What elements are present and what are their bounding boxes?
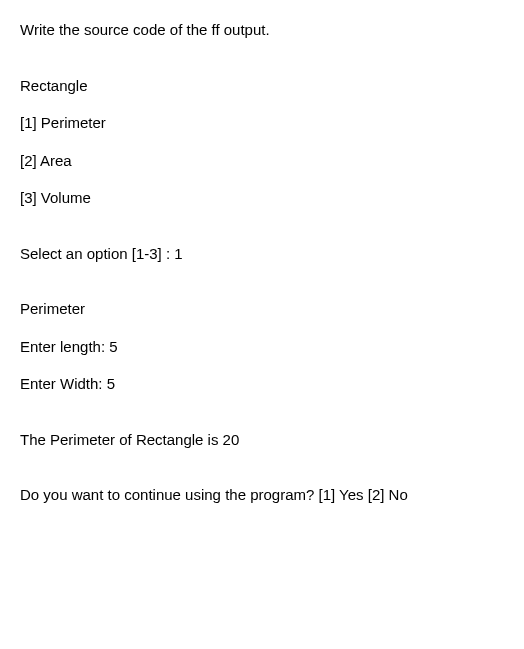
menu-item-perimeter: [1] Perimeter [20, 113, 504, 133]
input-width: Enter Width: 5 [20, 374, 504, 394]
input-length: Enter length: 5 [20, 337, 504, 357]
select-prompt: Select an option [1-3] : 1 [20, 244, 504, 264]
selected-header: Perimeter [20, 299, 504, 319]
menu-item-area: [2] Area [20, 151, 504, 171]
continue-prompt: Do you want to continue using the progra… [20, 485, 504, 505]
menu-title: Rectangle [20, 76, 504, 96]
instruction-text: Write the source code of the ff output. [20, 20, 504, 40]
menu-item-volume: [3] Volume [20, 188, 504, 208]
result-text: The Perimeter of Rectangle is 20 [20, 430, 504, 450]
